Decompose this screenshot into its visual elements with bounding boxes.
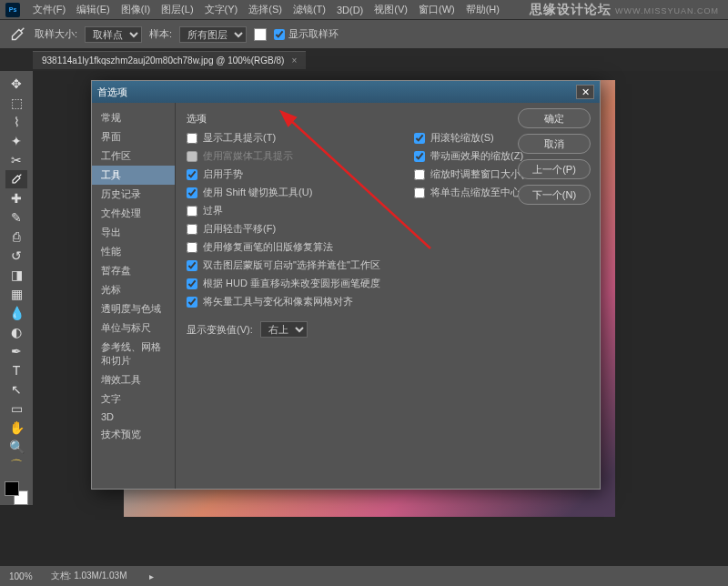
tool-eraser[interactable]: ◨ [5, 266, 27, 284]
nav-item-4[interactable]: 历史记录 [92, 185, 175, 204]
preferences-dialog: 首选项 ✕ 常规界面工作区工具历史记录文件处理导出性能暂存盘光标透明度与色域单位… [91, 80, 601, 490]
nav-item-0[interactable]: 常规 [92, 108, 175, 127]
sample-mode-label: 样本: [149, 27, 172, 41]
option-left-9[interactable]: 将矢量工具与变化和像素网格对齐 [187, 295, 387, 308]
nav-item-15[interactable]: 3D [92, 409, 175, 425]
option-left-4[interactable]: 过界 [187, 204, 387, 217]
option-left-3[interactable]: 使用 Shift 键切换工具(U) [187, 186, 387, 199]
tool-blur[interactable]: 💧 [5, 304, 27, 322]
menu-image[interactable]: 图像(I) [116, 3, 156, 16]
zoom-level[interactable]: 100% [9, 571, 33, 581]
menu-help[interactable]: 帮助(H) [460, 3, 505, 16]
nav-item-12[interactable]: 参考线、网格和切片 [92, 338, 175, 370]
swatch-icon[interactable] [254, 28, 267, 41]
document-tabs: 938114a1ly1fkqszhm2auj20m80ch78w.jpg @ 1… [0, 49, 728, 71]
tool-lasso[interactable]: ⌇ [5, 113, 27, 131]
tool-shape[interactable]: ▭ [5, 399, 27, 418]
tool-stamp[interactable]: ⎙ [5, 227, 27, 246]
tool-type[interactable]: T [5, 361, 27, 379]
nav-item-13[interactable]: 增效工具 [92, 370, 175, 389]
tool-zoom[interactable]: 🔍 [5, 438, 27, 456]
menu-edit[interactable]: 编辑(E) [71, 3, 116, 16]
option-left-1: 使用富媒体工具提示 [187, 149, 387, 163]
nav-item-9[interactable]: 光标 [92, 280, 175, 299]
statusbar: 100% 文档: 1.03M/1.03M ▸ [0, 566, 728, 586]
eyedropper-icon [7, 25, 27, 45]
nav-item-7[interactable]: 性能 [92, 242, 175, 261]
menu-3d[interactable]: 3D(D) [331, 5, 369, 15]
menu-file[interactable]: 文件(F) [27, 3, 71, 16]
tool-path[interactable]: ↖ [5, 380, 27, 399]
tool-eyedropper[interactable] [5, 170, 27, 188]
option-right-1[interactable]: 带动画效果的缩放(Z) [414, 149, 534, 163]
option-right-3[interactable]: 将单击点缩放至中心(K) [414, 186, 534, 199]
nav-item-16[interactable]: 技术预览 [92, 425, 175, 444]
nav-item-1[interactable]: 界面 [92, 127, 175, 146]
nav-item-5[interactable]: 文件处理 [92, 204, 175, 223]
option-right-0[interactable]: 用滚轮缩放(S) [414, 131, 534, 145]
dialog-main: 确定 取消 上一个(P) 下一个(N) 选项 显示工具提示(T)使用富媒体工具提… [176, 103, 600, 489]
ps-icon: Ps [5, 3, 20, 17]
option-left-0[interactable]: 显示工具提示(T) [187, 131, 387, 145]
sample-size-select[interactable]: 取样点 [85, 26, 142, 43]
tool-wand[interactable]: ✦ [5, 132, 27, 150]
nav-item-3[interactable]: 工具 [92, 166, 175, 185]
option-right-2[interactable]: 缩放时调整窗口大小(R) [414, 167, 534, 181]
menu-select[interactable]: 选择(S) [243, 3, 288, 16]
color-swatches[interactable] [5, 481, 28, 505]
menu-type[interactable]: 文字(Y) [199, 3, 244, 16]
option-left-6[interactable]: 使用修复画笔的旧版修复算法 [187, 240, 387, 254]
menu-filter[interactable]: 滤镜(T) [288, 3, 331, 16]
tool-pen[interactable]: ✒ [5, 342, 27, 360]
tool-gradient[interactable]: ▦ [5, 285, 27, 303]
tool-crop[interactable]: ✂ [5, 151, 27, 169]
tool-healing[interactable]: ✚ [5, 189, 27, 207]
toolbox: ✥ ⬚ ⌇ ✦ ✂ ✚ ✎ ⎙ ↺ ◨ ▦ 💧 ◐ ✒ T ↖ ▭ ✋ 🔍 ⌒ [0, 71, 33, 505]
sample-size-label: 取样大小: [35, 27, 77, 41]
tool-hand[interactable]: ✋ [5, 419, 27, 437]
tool-history-brush[interactable]: ↺ [5, 247, 27, 265]
dialog-buttons: 确定 取消 上一个(P) 下一个(N) [518, 108, 591, 205]
next-button[interactable]: 下一个(N) [518, 185, 591, 205]
chevron-right-icon[interactable]: ▸ [149, 571, 154, 581]
doc-size: 文档: 1.03M/1.03M [51, 570, 127, 582]
menu-view[interactable]: 视图(V) [369, 3, 413, 16]
nav-item-10[interactable]: 透明度与色域 [92, 299, 175, 318]
transform-label: 显示变换值(V): [187, 323, 253, 337]
menu-window[interactable]: 窗口(W) [413, 3, 460, 16]
sample-mode-select[interactable]: 所有图层 [179, 26, 247, 43]
show-ring-checkbox[interactable]: 显示取样环 [274, 27, 339, 41]
option-left-5[interactable]: 启用轻击平移(F) [187, 222, 387, 236]
nav-item-8[interactable]: 暂存盘 [92, 261, 175, 280]
cancel-button[interactable]: 取消 [518, 134, 591, 154]
document-tab[interactable]: 938114a1ly1fkqszhm2auj20m80ch78w.jpg @ 1… [33, 51, 306, 69]
tool-move[interactable]: ✥ [5, 75, 27, 93]
option-left-7[interactable]: 双击图层蒙版可启动"选择并遮住"工作区 [187, 258, 387, 272]
option-left-8[interactable]: 根据 HUD 垂直移动来改变圆形画笔硬度 [187, 277, 387, 290]
nav-item-2[interactable]: 工作区 [92, 146, 175, 166]
tool-dodge[interactable]: ◐ [5, 323, 27, 341]
dialog-title-text: 首选项 [97, 86, 127, 99]
watermark: 思缘设计论坛 WWW.MISSYUAN.COM [530, 2, 719, 18]
dialog-titlebar[interactable]: 首选项 ✕ [92, 81, 600, 103]
tool-brush[interactable]: ✎ [5, 208, 27, 227]
dialog-close-button[interactable]: ✕ [576, 85, 594, 99]
nav-item-14[interactable]: 文字 [92, 389, 175, 409]
nav-item-11[interactable]: 单位与标尺 [92, 318, 175, 338]
options-bar: 取样大小: 取样点 样本: 所有图层 显示取样环 [0, 20, 728, 49]
menu-layer[interactable]: 图层(L) [156, 3, 198, 16]
nav-item-6[interactable]: 导出 [92, 223, 175, 242]
option-left-2[interactable]: 启用手势 [187, 167, 387, 181]
close-tab-icon[interactable]: × [291, 56, 297, 66]
ok-button[interactable]: 确定 [518, 108, 591, 128]
prev-button[interactable]: 上一个(P) [518, 159, 591, 179]
dialog-nav: 常规界面工作区工具历史记录文件处理导出性能暂存盘光标透明度与色域单位与标尺参考线… [92, 103, 176, 489]
transform-select[interactable]: 右上 [260, 321, 308, 338]
tool-marquee[interactable]: ⬚ [5, 94, 27, 112]
tool-banana[interactable]: ⌒ [5, 457, 27, 475]
